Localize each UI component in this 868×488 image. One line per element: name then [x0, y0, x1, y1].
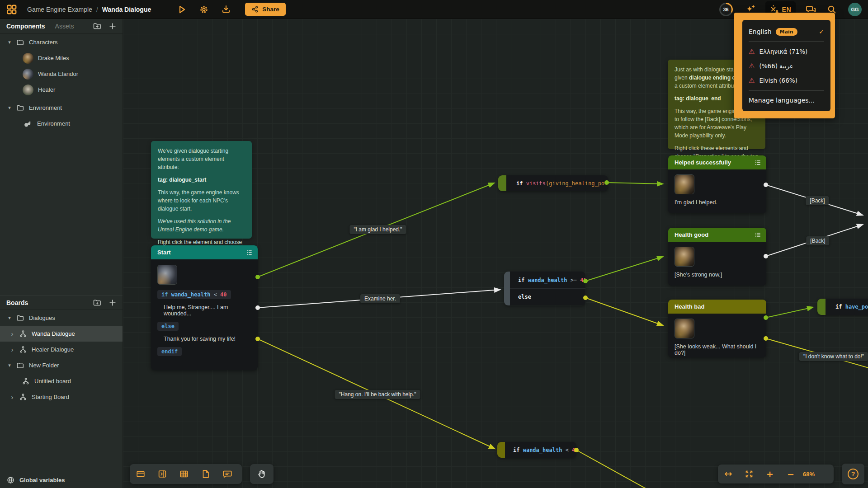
- chevron-down-icon[interactable]: ▾: [6, 315, 13, 321]
- share-icon: [251, 5, 259, 13]
- language-option-english[interactable]: English Main ✓: [749, 25, 824, 38]
- add-folder-button[interactable]: [86, 22, 102, 31]
- connection-label[interactable]: "I don't know what to do!": [799, 352, 868, 361]
- note-paragraph: This way, the game engine knows where to…: [158, 188, 245, 213]
- folder-dialogues[interactable]: ▾ Dialogues: [0, 310, 123, 326]
- folder-icon: [16, 314, 24, 322]
- tab-assets[interactable]: Assets: [55, 23, 74, 30]
- share-label: Share: [262, 6, 279, 13]
- component-item-wanda-elandor[interactable]: Wanda Elandor: [0, 66, 123, 82]
- share-button[interactable]: Share: [245, 3, 286, 16]
- language-option-greek[interactable]: ⚠ Ελληνικά (71%): [749, 44, 824, 59]
- code-endif: endif: [157, 347, 182, 356]
- chevron-down-icon[interactable]: ▾: [6, 39, 13, 45]
- export-button[interactable]: [221, 4, 231, 15]
- global-variables-button[interactable]: Global variables: [0, 472, 123, 488]
- help-button[interactable]: ?: [842, 464, 864, 484]
- avatar: [157, 265, 177, 285]
- board-icon: [22, 377, 30, 385]
- play-button[interactable]: [176, 4, 187, 15]
- folder-new-folder[interactable]: ▾ New Folder: [0, 357, 123, 373]
- add-board-button[interactable]: [102, 298, 117, 307]
- node-menu-icon[interactable]: [755, 231, 762, 239]
- add-table-button[interactable]: [173, 464, 195, 484]
- note-dialogue-start[interactable]: We've given dialogue starting elements a…: [151, 141, 252, 239]
- fit-width-button[interactable]: [718, 465, 739, 483]
- avatar: [675, 319, 694, 338]
- dialogue-line: I'm glad I helped.: [675, 199, 760, 206]
- dialogue-line: Help me, Stranger.... I am wounded...: [164, 304, 251, 317]
- connection-label-back[interactable]: [Back]: [806, 196, 829, 205]
- element-node-health-bad[interactable]: Health bad [She looks weak... What shoul…: [668, 300, 766, 357]
- element-node-start[interactable]: Start if wanda_health < 40 Help me, Stra…: [151, 245, 258, 370]
- avatar: [23, 53, 33, 64]
- condition-color-bar: [817, 299, 826, 315]
- zoom-in-button[interactable]: +: [760, 465, 780, 483]
- board-item-untitled-board[interactable]: Untitled board: [0, 373, 123, 389]
- board-item-wanda-dialogue[interactable]: › Wanda Dialogue: [0, 326, 123, 342]
- folder-icon: [16, 38, 24, 47]
- component-item-healer[interactable]: Healer: [0, 82, 123, 98]
- folder-characters[interactable]: ▾ Characters: [0, 34, 123, 50]
- connection-label[interactable]: Examine her.: [360, 294, 400, 303]
- add-jumper-button[interactable]: [151, 464, 173, 484]
- node-title: Helped successfully: [675, 159, 731, 166]
- branch-else-row[interactable]: else: [510, 288, 585, 305]
- manage-languages-button[interactable]: Manage languages...: [749, 94, 824, 107]
- zoom-level[interactable]: 68%: [801, 471, 821, 478]
- language-code: EN: [782, 6, 791, 13]
- code-else: else: [157, 322, 179, 331]
- condition-code: if wanda_health < 40: [505, 442, 576, 458]
- add-note-button[interactable]: [195, 464, 217, 484]
- zoom-toolbar: + − 68%: [718, 465, 834, 483]
- add-board-folder-button[interactable]: [86, 298, 102, 307]
- chevron-down-icon[interactable]: ▾: [6, 362, 13, 368]
- condition-node-have-potion[interactable]: if have_potion: [817, 299, 868, 315]
- connection-label-back[interactable]: [Back]: [806, 236, 829, 245]
- user-avatar[interactable]: GG: [848, 3, 862, 16]
- breadcrumb-separator: /: [96, 6, 98, 13]
- component-item-drake-miles[interactable]: Drake Miles: [0, 50, 123, 66]
- element-node-helped-successfully[interactable]: Helped successfully I'm glad I helped.: [668, 155, 766, 213]
- connection-label[interactable]: "Hang on. I'll be back with help.": [335, 390, 420, 399]
- add-comment-button[interactable]: [217, 464, 238, 484]
- autosave-count: 36: [721, 4, 731, 15]
- avatar: [23, 69, 33, 80]
- help-dock: ?: [842, 464, 864, 484]
- add-component-button[interactable]: [102, 22, 117, 31]
- boards-title: Boards: [6, 299, 28, 306]
- hand-tool-button[interactable]: [250, 464, 274, 484]
- board-item-starting-board[interactable]: › Starting Board: [0, 389, 123, 405]
- breadcrumb-project[interactable]: Game Engine Example: [27, 6, 92, 13]
- node-menu-icon[interactable]: [246, 249, 253, 256]
- warning-icon: ⚠: [749, 47, 755, 56]
- branch-if-row[interactable]: if wanda_health >= 40: [510, 272, 585, 288]
- element-node-health-good[interactable]: Health good [She's strong now.]: [668, 228, 766, 286]
- question-icon: ?: [848, 469, 859, 479]
- condition-node-wanda-health-low[interactable]: if wanda_health < 40: [497, 442, 576, 458]
- node-menu-icon[interactable]: [755, 159, 762, 166]
- chevron-right-icon[interactable]: ›: [9, 346, 15, 353]
- fit-view-button[interactable]: [739, 465, 760, 483]
- add-element-button[interactable]: [130, 464, 151, 484]
- condition-code: if have_potion: [826, 299, 868, 315]
- connection-label[interactable]: "I am glad I helped.": [349, 225, 406, 234]
- language-option-arabic[interactable]: ⚠ عربية (66%): [749, 59, 824, 73]
- branch-node-wanda-health[interactable]: if wanda_health >= 40 else: [504, 272, 585, 305]
- chevron-right-icon[interactable]: ›: [9, 330, 15, 338]
- zoom-out-button[interactable]: −: [780, 465, 801, 483]
- language-menu-highlight-frame: English Main ✓ ⚠ Ελληνικά (71%) ⚠ عربية …: [734, 13, 835, 118]
- folder-environment[interactable]: ▾ Environment: [0, 100, 123, 116]
- component-item-environment[interactable]: Environment: [0, 116, 123, 131]
- board-item-healer-dialogue[interactable]: › Healer Dialogue: [0, 342, 123, 357]
- autosave-badge[interactable]: 36: [719, 3, 733, 16]
- avatar: [23, 84, 33, 95]
- tab-components[interactable]: Components: [6, 23, 45, 30]
- condition-node-visits[interactable]: if visits(giving_healing_potion): [498, 175, 608, 191]
- language-option-elvish[interactable]: ⚠ Elvish (66%): [749, 73, 824, 88]
- chevron-right-icon[interactable]: ›: [9, 393, 15, 401]
- settings-button[interactable]: [198, 4, 209, 15]
- condition-color-bar: [498, 175, 506, 191]
- app-logo[interactable]: [6, 4, 17, 15]
- chevron-down-icon[interactable]: ▾: [6, 105, 13, 111]
